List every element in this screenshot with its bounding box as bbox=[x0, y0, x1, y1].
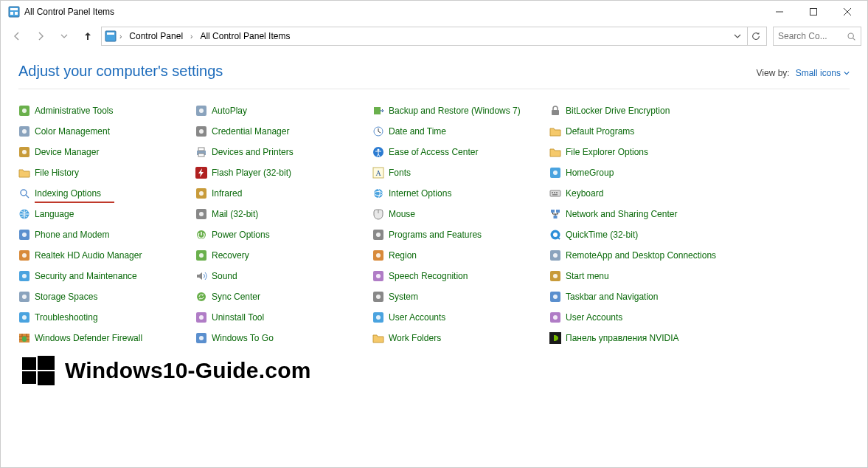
cp-item[interactable]: Programs and Features bbox=[372, 227, 549, 243]
cp-item[interactable]: Default Programs bbox=[549, 123, 726, 140]
maximize-button[interactable] bbox=[796, 1, 830, 23]
cp-item[interactable]: Network and Sharing Center bbox=[549, 206, 726, 222]
svg-point-63 bbox=[199, 253, 204, 258]
admin-tools-icon bbox=[18, 105, 30, 117]
window-title: All Control Panel Items bbox=[24, 7, 114, 17]
credential-icon bbox=[195, 125, 207, 137]
recent-dropdown[interactable] bbox=[54, 26, 74, 47]
cp-item[interactable]: User Accounts bbox=[372, 309, 549, 326]
cp-item[interactable]: Flash Player (32-bit) bbox=[195, 165, 372, 181]
cp-item-label: Device Manager bbox=[35, 147, 99, 157]
close-button[interactable] bbox=[830, 1, 864, 23]
cp-item[interactable]: Uninstall Tool bbox=[195, 309, 372, 326]
svg-rect-51 bbox=[556, 210, 560, 213]
search-input[interactable] bbox=[778, 31, 844, 41]
cp-item[interactable]: Sync Center bbox=[195, 289, 372, 305]
svg-rect-44 bbox=[556, 192, 558, 193]
cp-item[interactable]: Work Folders bbox=[372, 330, 549, 346]
cp-item[interactable]: AFonts bbox=[372, 165, 549, 181]
cp-item[interactable]: Mouse bbox=[372, 206, 549, 222]
navbar: › Control Panel › All Control Panel Item… bbox=[1, 23, 867, 49]
svg-point-61 bbox=[22, 253, 27, 258]
svg-rect-3 bbox=[15, 12, 18, 15]
cp-item[interactable]: System bbox=[372, 289, 549, 305]
realtek-icon bbox=[18, 250, 30, 261]
cp-item[interactable]: Power Options bbox=[195, 227, 372, 243]
cp-item[interactable]: Credential Manager bbox=[195, 123, 372, 140]
cp-item[interactable]: File History bbox=[18, 165, 195, 181]
search-box[interactable] bbox=[773, 27, 861, 46]
cp-item[interactable]: RemoteApp and Desktop Connections bbox=[549, 247, 726, 264]
cp-item-label: Security and Maintenance bbox=[35, 271, 137, 281]
cp-item[interactable]: Devices and Printers bbox=[195, 144, 372, 160]
cp-item[interactable]: Mail (32-bit) bbox=[195, 206, 372, 222]
cp-item[interactable]: User Accounts bbox=[549, 309, 726, 326]
backup-icon bbox=[372, 105, 384, 117]
cp-item[interactable]: Security and Maintenance bbox=[18, 268, 195, 284]
up-button[interactable] bbox=[77, 26, 98, 47]
cp-item[interactable]: Troubleshooting bbox=[18, 309, 195, 326]
search-icon bbox=[847, 32, 856, 41]
cp-item[interactable]: Color Management bbox=[18, 123, 195, 140]
breadcrumb-root[interactable]: Control Panel bbox=[125, 30, 187, 43]
cp-item-label: Backup and Restore (Windows 7) bbox=[389, 106, 521, 116]
cp-item[interactable]: Backup and Restore (Windows 7) bbox=[372, 103, 549, 119]
security-icon bbox=[18, 270, 30, 282]
firewall-icon bbox=[18, 332, 30, 344]
cp-item[interactable]: BitLocker Drive Encryption bbox=[549, 103, 726, 119]
cp-item[interactable]: Language bbox=[18, 206, 195, 222]
svg-rect-99 bbox=[38, 356, 55, 370]
cp-item[interactable]: Infrared bbox=[195, 185, 372, 202]
cp-item[interactable]: Speech Recognition bbox=[372, 268, 549, 284]
cp-item[interactable]: Taskbar and Navigation bbox=[549, 289, 726, 305]
cp-item[interactable]: Phone and Modem bbox=[18, 227, 195, 243]
cp-item[interactable]: File Explorer Options bbox=[549, 144, 726, 160]
cp-item[interactable]: Indexing Options bbox=[18, 185, 195, 202]
cp-item[interactable]: Start menu bbox=[549, 268, 726, 284]
viewby-value-text: Small icons bbox=[796, 68, 841, 78]
cp-item[interactable]: Region bbox=[372, 247, 549, 264]
cp-item[interactable]: Date and Time bbox=[372, 123, 549, 140]
cp-item[interactable]: HomeGroup bbox=[549, 165, 726, 181]
svg-point-10 bbox=[848, 33, 853, 38]
content-header: Adjust your computer's settings View by:… bbox=[18, 63, 850, 89]
cp-item[interactable]: Recovery bbox=[195, 247, 372, 264]
svg-rect-100 bbox=[22, 371, 36, 384]
cp-item[interactable]: Ease of Access Center bbox=[372, 144, 549, 160]
breadcrumb-current[interactable]: All Control Panel Items bbox=[195, 30, 294, 43]
chevron-right-icon[interactable]: › bbox=[118, 32, 123, 41]
svg-point-35 bbox=[21, 190, 27, 196]
cp-item[interactable]: Панель управления NVIDIA bbox=[549, 330, 726, 346]
address-bar[interactable]: › Control Panel › All Control Panel Item… bbox=[101, 27, 767, 46]
cp-item[interactable]: QuickTime (32-bit) bbox=[549, 227, 726, 243]
chevron-right-icon[interactable]: › bbox=[189, 32, 194, 41]
back-button[interactable] bbox=[7, 26, 27, 47]
cp-item[interactable]: Windows Defender Firewall bbox=[18, 330, 195, 346]
cp-item-label: Phone and Modem bbox=[35, 230, 109, 240]
svg-rect-2 bbox=[10, 12, 13, 15]
file-history-icon bbox=[18, 167, 30, 179]
cp-item[interactable]: Device Manager bbox=[18, 144, 195, 160]
cp-item[interactable]: Windows To Go bbox=[195, 330, 372, 346]
refresh-button[interactable] bbox=[747, 27, 763, 45]
cp-item[interactable]: Keyboard bbox=[549, 185, 726, 202]
cp-item-label: Sync Center bbox=[212, 292, 260, 302]
cp-item-label: Credential Manager bbox=[212, 126, 289, 137]
cp-item[interactable]: AutoPlay bbox=[195, 103, 372, 119]
cp-item-label: File Explorer Options bbox=[566, 147, 648, 157]
cp-item-label: Ease of Access Center bbox=[389, 147, 478, 157]
cp-item[interactable]: Administrative Tools bbox=[18, 103, 195, 119]
cp-item[interactable]: Internet Options bbox=[372, 185, 549, 202]
cp-item[interactable]: Realtek HD Audio Manager bbox=[18, 247, 195, 264]
viewby-label: View by: bbox=[757, 68, 790, 78]
cp-item-label: Network and Sharing Center bbox=[566, 209, 677, 219]
forward-button[interactable] bbox=[30, 26, 51, 47]
svg-point-48 bbox=[199, 212, 204, 216]
cp-item-label: Internet Options bbox=[389, 188, 451, 199]
cp-item[interactable]: Sound bbox=[195, 268, 372, 284]
homegroup-icon bbox=[549, 167, 561, 179]
viewby-dropdown[interactable]: Small icons bbox=[796, 68, 850, 78]
cp-item[interactable]: Storage Spaces bbox=[18, 289, 195, 305]
minimize-button[interactable] bbox=[763, 1, 796, 23]
address-dropdown[interactable] bbox=[729, 27, 746, 45]
